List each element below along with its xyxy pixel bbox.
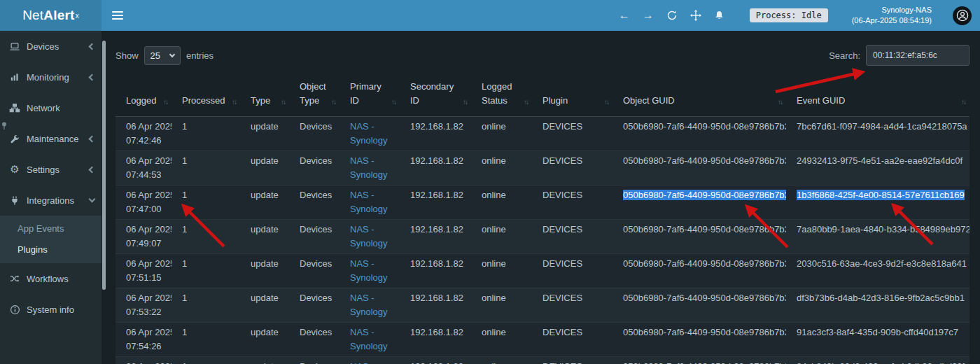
device-link[interactable]: NAS -Synology — [350, 223, 394, 251]
device-link[interactable]: NAS -Synology — [350, 257, 394, 285]
cell-logged: 06 Apr 2025,07:44:53 — [115, 151, 172, 186]
chevron-left-icon — [89, 166, 96, 173]
cell-object-type: Devices — [289, 254, 340, 288]
cell-primary-id: NAS -Synology — [340, 254, 400, 288]
sidebar-item-label: Workflows — [27, 274, 69, 284]
host-name: Synology-NAS — [852, 5, 932, 15]
sidebar-scrollbar[interactable] — [102, 41, 106, 290]
back-arrow-icon[interactable]: ← — [619, 10, 630, 21]
cell-logged-status: online — [471, 117, 532, 151]
sidebar-item-settings[interactable]: ⚙ Settings — [0, 154, 102, 185]
cell-object-type: Devices — [289, 151, 340, 186]
search-label: Search: — [829, 50, 860, 61]
chevron-left-icon — [89, 74, 96, 80]
cell-event-guid: 2030c516-63ae-4ce3-9d2f-e3c8e818a641 — [786, 254, 969, 288]
bell-icon[interactable] — [714, 10, 724, 21]
column-header-logged[interactable]: Logged↑↓ — [115, 74, 172, 117]
sort-icon[interactable]: ↑↓ — [331, 95, 335, 109]
sort-icon[interactable]: ↑↓ — [961, 95, 965, 109]
subitem-label: Plugins — [18, 244, 48, 255]
sitemap-icon — [9, 103, 20, 113]
sidebar-item-integrations[interactable]: Integrations — [0, 185, 102, 216]
sidebar-item-maintenance[interactable]: Maintenance — [0, 123, 102, 154]
cell-processed: 1 — [172, 186, 240, 220]
device-link[interactable]: NAS -Synology — [350, 154, 394, 182]
sort-icon[interactable]: ↑↓ — [778, 95, 782, 109]
cell-logged-status: online — [471, 357, 532, 364]
cell-plugin: DEVICES — [532, 288, 612, 323]
table-toolbar: Show 25 entries Search: — [115, 45, 969, 66]
sidebar-subitem-app-events[interactable]: App Events — [0, 218, 102, 239]
column-header-secondary-id[interactable]: Secondary ID↑↓ — [400, 74, 471, 117]
cell-secondary-id: 192.168.1.82 — [400, 151, 471, 186]
entries-per-page-select[interactable]: 25 — [144, 46, 181, 65]
column-header-object-type[interactable]: Object Type↑↓ — [289, 74, 340, 117]
column-header-plugin[interactable]: Plugin↑↓ — [532, 74, 612, 117]
cell-event-guid: 91ac3cf3-8af4-435d-909b-cffd40d197c7 — [786, 323, 969, 357]
column-header-object-guid[interactable]: Object GUID↑↓ — [612, 74, 786, 117]
cell-object-type: Devices — [289, 323, 340, 357]
cell-object-guid: 050b6980-7af6-4409-950d-08e9786b7b33 — [612, 117, 786, 151]
sidebar-item-label: Network — [27, 103, 60, 113]
device-link[interactable]: NAS -Synology — [350, 188, 394, 216]
user-avatar[interactable] — [953, 6, 972, 25]
cell-primary-id: NAS -Synology — [340, 323, 400, 357]
cell-logged-status: online — [471, 186, 532, 220]
entries-label: entries — [186, 50, 214, 61]
cell-type: update — [240, 117, 289, 151]
brand-sup: x — [76, 12, 79, 20]
app-logo[interactable]: NetAlertx — [0, 0, 102, 31]
sidebar-item-workflows[interactable]: Workflows — [0, 263, 102, 294]
sort-icon[interactable]: ↑↓ — [163, 95, 167, 109]
shuffle-icon — [9, 274, 20, 284]
sort-icon[interactable]: ↑↓ — [463, 95, 467, 109]
column-header-processed[interactable]: Processed↑↓ — [172, 74, 240, 117]
sort-icon[interactable]: ↑↓ — [391, 95, 396, 109]
refresh-icon[interactable] — [666, 10, 678, 21]
plug-icon — [9, 195, 20, 206]
sort-icon[interactable]: ↑↓ — [524, 95, 528, 109]
sidebar-item-label: Settings — [27, 164, 59, 175]
cell-logged-status: online — [471, 254, 532, 288]
forward-arrow-icon[interactable]: → — [643, 10, 654, 21]
cell-object-guid: 050b6980-7af6-4409-950d-08e9786b7b33 — [612, 288, 786, 323]
sort-icon[interactable]: ↑↓ — [232, 95, 236, 109]
sidebar-item-label: Maintenance — [27, 134, 78, 144]
sidebar-subitem-plugins[interactable]: Plugins — [0, 239, 102, 260]
cell-primary-id: NAS -Synology — [340, 357, 400, 364]
sort-icon[interactable]: ↑↓ — [281, 95, 285, 109]
cell-logged-status: online — [471, 220, 532, 254]
sort-icon[interactable]: ↑↓ — [604, 95, 608, 109]
column-header-event-guid[interactable]: Event GUID↑↓ — [786, 74, 969, 117]
cell-type: update — [240, 357, 289, 364]
column-header-primary-id[interactable]: Primary ID↑↓ — [340, 74, 400, 117]
cell-object-type: Devices — [289, 220, 340, 254]
cell-plugin: DEVICES — [532, 323, 612, 357]
device-link[interactable]: NAS -Synology — [350, 291, 394, 319]
move-icon[interactable] — [690, 10, 701, 21]
cell-plugin: DEVICES — [532, 357, 612, 364]
cell-type: update — [240, 323, 289, 357]
cell-event-guid: 24932413-9f75-4e51-aa2e-eae92fa4dc0f — [786, 151, 969, 186]
column-header-type[interactable]: Type↑↓ — [240, 74, 289, 117]
cell-object-guid: 050b6980-7af6-4409-950d-08e9786b7b33 — [612, 357, 786, 364]
column-header-logged-status[interactable]: Logged Status↑↓ — [471, 74, 532, 117]
cell-primary-id: NAS -Synology — [340, 288, 400, 323]
table-body: 06 Apr 2025,07:42:461updateDevicesNAS -S… — [115, 117, 969, 364]
show-entries-label: Show — [115, 50, 139, 61]
device-link[interactable]: NAS -Synology — [350, 120, 394, 148]
table-header-row: Logged↑↓Processed↑↓Type↑↓Object Type↑↓Pr… — [115, 74, 969, 117]
search-input[interactable] — [866, 45, 969, 66]
sidebar-item-label: Devices — [27, 41, 59, 52]
menu-toggle-button[interactable] — [102, 0, 134, 31]
device-link[interactable]: NAS -Synology — [350, 360, 394, 364]
sidebar-item-network[interactable]: Network — [0, 92, 102, 123]
cell-secondary-id: 192.168.1.82 — [400, 288, 471, 323]
cell-processed: 1 — [172, 151, 240, 186]
cell-logged-status: online — [471, 288, 532, 323]
sidebar-item-monitoring[interactable]: Monitoring — [0, 62, 102, 92]
sidebar-item-devices[interactable]: Devices — [0, 31, 102, 62]
sidebar-item-system-info[interactable]: System info — [0, 294, 102, 325]
cell-secondary-id: 192.168.1.82 — [400, 323, 471, 357]
device-link[interactable]: NAS -Synology — [350, 326, 394, 354]
